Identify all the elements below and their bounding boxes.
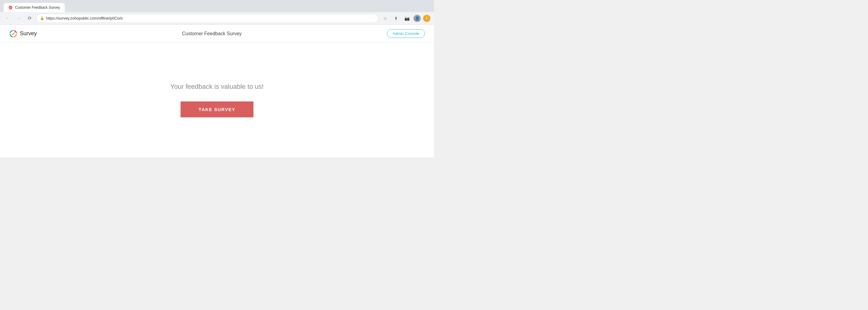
svg-point-0: [9, 6, 12, 9]
browser-actions: ☆ ⬆ 📷 👤 !: [381, 14, 430, 23]
back-button[interactable]: ←: [4, 14, 12, 23]
bookmark-button[interactable]: ☆: [381, 14, 390, 23]
forward-button[interactable]: →: [14, 14, 23, 23]
logo-label: Survey: [20, 30, 37, 37]
alert-button[interactable]: !: [423, 15, 430, 22]
url-full: https://survey.zohopublic.com/offline/p0…: [46, 16, 123, 21]
browser-chrome: Customer Feedback Survey: [0, 0, 434, 12]
address-bar[interactable]: 🔒 https://survey.zohopublic.com/offline/…: [36, 14, 378, 23]
browser-tabs: Customer Feedback Survey: [4, 2, 430, 12]
svg-point-2: [11, 31, 16, 36]
page-wrapper: Survey Customer Feedback Survey Admin Co…: [0, 25, 434, 158]
logo-area: Survey: [9, 30, 37, 38]
tab-favicon-icon: [8, 5, 13, 10]
header-title: Customer Feedback Survey: [182, 31, 242, 36]
reload-button[interactable]: ⟳: [25, 14, 34, 23]
app-header: Survey Customer Feedback Survey Admin Co…: [0, 25, 434, 43]
feedback-subtitle: Your feedback is valuable to us!: [170, 83, 264, 91]
admin-console-button[interactable]: Admin Console: [387, 29, 425, 38]
tab-title: Customer Feedback Survey: [15, 5, 60, 10]
browser-tab-active[interactable]: Customer Feedback Survey: [4, 3, 65, 12]
screenshot-button[interactable]: 📷: [403, 14, 411, 23]
zoho-survey-logo-icon: [9, 30, 18, 38]
take-survey-button[interactable]: TAKE SURVEY: [181, 101, 253, 117]
browser-toolbar: ← → ⟳ 🔒 https://survey.zohopublic.com/of…: [0, 12, 434, 25]
url-text: https://survey.zohopublic.com/offline/p0…: [46, 16, 375, 21]
lock-icon: 🔒: [40, 16, 44, 20]
extensions-button[interactable]: ⬆: [392, 14, 400, 23]
profile-button[interactable]: 👤: [413, 15, 421, 22]
main-content: Your feedback is valuable to us! TAKE SU…: [0, 43, 434, 157]
